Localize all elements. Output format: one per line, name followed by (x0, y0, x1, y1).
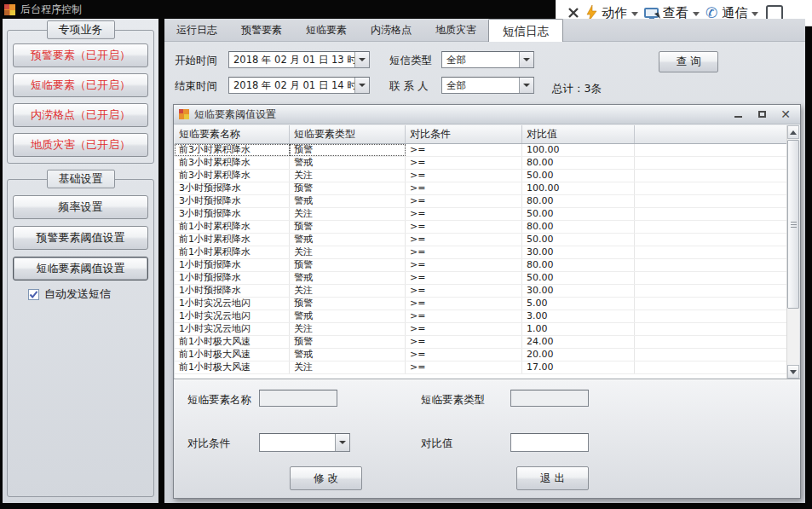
scroll-up-button[interactable] (787, 125, 799, 139)
edit-value-input[interactable] (510, 433, 589, 452)
warning-threshold-button[interactable]: 预警要素阈值设置 (13, 226, 148, 250)
cell-value: 50.00 (522, 272, 635, 284)
table-row[interactable]: 1小时预报降水 预警 >= 80.00 (175, 259, 788, 272)
cell-type: 预警 (290, 144, 406, 156)
cell-value: 80.00 (522, 195, 635, 207)
cell-type: 关注 (290, 323, 406, 335)
table-body: 前3小时累积降水 预警 >= 100.00 前3小时累积降水 警戒 >= 80.… (175, 144, 788, 374)
cell-condition: >= (406, 234, 522, 246)
cell-empty (635, 182, 788, 194)
table-row[interactable]: 1小时实况云地闪 关注 >= 1.00 (175, 323, 788, 336)
modify-button[interactable]: 修 改 (290, 466, 362, 490)
end-time-picker[interactable]: 2018 年 02 月 01 日 14 时 (228, 77, 370, 94)
edit-name-input[interactable] (259, 390, 337, 407)
table-header-row: 短临要素名称 短临要素类型 对比条件 对比值 (175, 125, 788, 144)
cell-type: 关注 (290, 208, 406, 220)
maximize-button[interactable] (752, 107, 771, 122)
dropdown-arrow-icon[interactable] (519, 78, 533, 93)
sms-type-select[interactable]: 全部 (441, 51, 534, 68)
edit-name-label: 短临要素名称 (187, 393, 251, 408)
dialog-close-button[interactable]: ✕ (776, 107, 795, 122)
nowcast-threshold-button[interactable]: 短临要素阈值设置 (13, 257, 148, 281)
col-header-type[interactable]: 短临要素类型 (290, 125, 406, 143)
table-row[interactable]: 前3小时累积降水 警戒 >= 80.00 (175, 157, 788, 170)
table-row[interactable]: 3小时预报降水 警戒 >= 80.00 (175, 195, 788, 208)
dropdown-arrow-icon[interactable] (354, 52, 369, 67)
cell-value: 24.00 (522, 336, 635, 348)
close-icon (567, 6, 580, 20)
cell-empty (635, 246, 788, 258)
special-toggle-button[interactable]: 地质灾害（已开启） (13, 133, 148, 157)
frequency-settings-button[interactable]: 频率设置 (13, 195, 148, 219)
table-row[interactable]: 3小时预报降水 关注 >= 50.00 (175, 208, 788, 221)
special-toggle-button[interactable]: 内涝格点（已开启） (13, 103, 148, 127)
cell-condition: >= (406, 362, 522, 373)
table-row[interactable]: 1小时实况云地闪 警戒 >= 3.00 (175, 310, 788, 323)
auto-sms-checkbox[interactable] (28, 289, 39, 300)
close-overlay-button[interactable] (567, 6, 580, 20)
table-row[interactable]: 前3小时累积降水 预警 >= 100.00 (175, 144, 788, 157)
table-row[interactable]: 1小时预报降水 关注 >= 30.00 (175, 285, 788, 298)
query-button[interactable]: 查 询 (659, 51, 718, 72)
cell-empty (635, 259, 788, 271)
col-header-value[interactable]: 对比值 (522, 125, 635, 143)
vertical-scrollbar[interactable] (786, 125, 799, 379)
special-toggle-button[interactable]: 预警要素（已开启） (13, 43, 148, 67)
cell-empty (635, 195, 788, 207)
table-row[interactable]: 前1小时极大风速 预警 >= 24.00 (175, 336, 788, 349)
scroll-down-button[interactable] (787, 365, 799, 379)
contact-value: 全部 (442, 79, 519, 92)
scrollbar-thumb[interactable] (787, 140, 799, 309)
contact-select[interactable]: 全部 (441, 77, 534, 94)
sms-type-label: 短信类型 (389, 54, 432, 68)
minimize-button[interactable] (728, 107, 747, 122)
group-special-buttons: 预警要素（已开启）短临要素（已开启）内涝格点（已开启）地质灾害（已开启） (8, 31, 153, 157)
tab-geo-disaster[interactable]: 地质灾害 (423, 20, 488, 41)
tab-sms-log[interactable]: 短信日志 (488, 19, 563, 42)
cell-condition: >= (406, 144, 522, 156)
tab-nowcast-elements[interactable]: 短临要素 (294, 20, 359, 41)
cell-name: 3小时预报降水 (175, 182, 290, 194)
dialog-edit-area: 短临要素名称 短临要素类型 对比条件 对比值 修 改 退 出 (174, 379, 800, 498)
cell-condition: >= (406, 323, 522, 335)
dropdown-arrow-icon[interactable] (354, 78, 369, 93)
table-row[interactable]: 前1小时累积降水 预警 >= 80.00 (175, 221, 788, 234)
app-window: 后台程序控制 动作 查看 ✆ 通信 专项业务 预警要素（已开启）短临要 (0, 0, 812, 509)
cell-value: 100.00 (522, 144, 635, 156)
edit-type-label: 短临要素类型 (421, 393, 485, 408)
cell-empty (635, 323, 788, 335)
col-header-name[interactable]: 短临要素名称 (175, 125, 290, 143)
cell-value: 80.00 (522, 259, 635, 271)
tab-strip: 运行日志 预警要素 短临要素 内涝格点 地质灾害 短信日志 (164, 19, 805, 42)
table-row[interactable]: 3小时预报降水 预警 >= 100.00 (175, 182, 788, 195)
table-row[interactable]: 1小时预报降水 警戒 >= 50.00 (175, 272, 788, 285)
edit-condition-select[interactable] (259, 433, 350, 452)
cell-name: 1小时实况云地闪 (175, 310, 290, 322)
cell-type: 预警 (290, 336, 406, 348)
table-row[interactable]: 前1小时极大风速 关注 >= 17.00 (175, 362, 788, 374)
special-toggle-button[interactable]: 短临要素（已开启） (13, 73, 148, 97)
dropdown-arrow-icon[interactable] (335, 434, 349, 451)
threshold-table: 短临要素名称 短临要素类型 对比条件 对比值 前3小时累积降水 预警 >= 10… (175, 125, 788, 379)
cell-type: 警戒 (290, 272, 406, 284)
chevron-down-icon (693, 12, 700, 16)
cell-condition: >= (406, 259, 522, 271)
cell-type: 警戒 (290, 157, 406, 169)
exit-button[interactable]: 退 出 (516, 466, 589, 490)
cell-type: 警戒 (290, 310, 406, 322)
edit-type-input[interactable] (510, 390, 589, 407)
tab-warning-elements[interactable]: 预警要素 (229, 20, 294, 41)
minimize-icon (734, 116, 742, 118)
table-row[interactable]: 前1小时极大风速 警戒 >= 20.00 (175, 349, 788, 362)
cell-value: 3.00 (522, 310, 635, 322)
col-header-condition[interactable]: 对比条件 (406, 125, 522, 143)
table-row[interactable]: 1小时实况云地闪 预警 >= 5.00 (175, 298, 788, 310)
table-row[interactable]: 前1小时累积降水 关注 >= 30.00 (175, 246, 788, 259)
dropdown-arrow-icon[interactable] (519, 52, 533, 67)
start-time-picker[interactable]: 2018 年 02 月 01 日 13 时 (228, 51, 370, 68)
tab-run-log[interactable]: 运行日志 (164, 20, 229, 41)
tab-waterlogging-grid[interactable]: 内涝格点 (359, 20, 423, 41)
table-row[interactable]: 前3小时累积降水 关注 >= 50.00 (175, 170, 788, 182)
table-row[interactable]: 前1小时累积降水 警戒 >= 50.00 (175, 234, 788, 246)
cell-condition: >= (406, 170, 522, 182)
